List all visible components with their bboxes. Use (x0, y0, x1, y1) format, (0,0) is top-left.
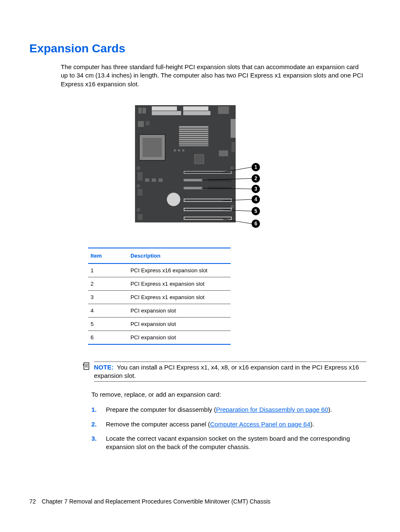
slot-table: Item Description 1PCI Express x16 expans… (88, 248, 231, 345)
page-footer: 72 Chapter 7 Removal and Replacement Pro… (29, 498, 270, 505)
svg-rect-31 (152, 178, 156, 182)
svg-rect-47 (184, 217, 231, 219)
svg-rect-7 (143, 108, 146, 114)
callout-3: 3 (255, 186, 257, 192)
svg-rect-43 (184, 199, 231, 201)
section-heading: Expansion Cards (29, 42, 371, 55)
th-desc: Description (128, 248, 231, 263)
table-row: 6PCI expansion slot (88, 331, 231, 344)
remove-para: To remove, replace, or add an expansion … (91, 391, 366, 398)
svg-rect-34 (138, 189, 143, 196)
svg-point-26 (182, 149, 184, 152)
step-1: 1. Prepare the computer for disassembly … (91, 405, 366, 414)
callout-5: 5 (255, 208, 257, 214)
page-number: 72 (29, 498, 36, 505)
callout-2: 2 (255, 176, 257, 181)
link-access-panel[interactable]: Computer Access Panel on page 64 (210, 421, 310, 428)
svg-rect-0 (135, 105, 236, 222)
svg-rect-29 (138, 172, 143, 181)
svg-rect-6 (138, 108, 142, 114)
table-row: 2PCI Express x1 expansion slot (88, 277, 231, 290)
svg-rect-2 (152, 111, 181, 115)
link-prep-disassembly[interactable]: Preparation for Disassembly on page 60 (216, 406, 328, 413)
table-row: 4PCI expansion slot (88, 304, 231, 317)
motherboard-illustration: 1 2 3 4 5 6 (135, 105, 265, 231)
table-row: 3PCI Express x1 expansion slot (88, 290, 231, 304)
svg-point-24 (174, 149, 176, 152)
svg-rect-35 (138, 214, 143, 220)
svg-rect-32 (158, 178, 163, 182)
note-icon (83, 362, 90, 372)
svg-rect-22 (231, 119, 236, 138)
svg-rect-9 (145, 121, 150, 125)
svg-point-25 (178, 149, 180, 152)
steps-list: 1. Prepare the computer for disassembly … (91, 405, 366, 451)
note-text: You can install a PCI Express x1, x4, x8… (94, 364, 359, 379)
svg-rect-8 (138, 121, 144, 127)
chapter-title: Chapter 7 Removal and Replacement Proced… (42, 498, 270, 505)
callout-1: 1 (255, 164, 257, 170)
step-3: 3. Locate the correct vacant expansion s… (91, 434, 366, 452)
svg-rect-38 (184, 179, 203, 181)
table-row: 1PCI Express x16 expansion slot (88, 263, 231, 277)
callout-4: 4 (255, 196, 257, 202)
svg-rect-65 (84, 363, 89, 369)
svg-rect-28 (219, 150, 228, 156)
svg-point-33 (167, 193, 180, 206)
svg-rect-4 (183, 111, 210, 115)
svg-rect-1 (152, 106, 177, 111)
callout-6: 6 (255, 221, 257, 227)
svg-rect-3 (183, 106, 208, 111)
th-item: Item (88, 248, 128, 263)
note-content: NOTE: You can install a PCI Express x1, … (94, 362, 366, 382)
note-label: NOTE: (94, 364, 114, 371)
svg-rect-30 (145, 178, 149, 182)
svg-rect-5 (218, 106, 229, 114)
motherboard-figure: 1 2 3 4 5 6 (29, 105, 371, 231)
svg-rect-23 (231, 142, 235, 152)
svg-rect-27 (195, 155, 204, 164)
svg-rect-40 (184, 187, 203, 189)
svg-rect-11 (143, 138, 162, 157)
intro-paragraph: The computer has three standard full-hei… (61, 63, 366, 88)
step-2: 2. Remove the computer access panel (Com… (91, 420, 366, 429)
table-row: 5PCI expansion slot (88, 317, 231, 331)
